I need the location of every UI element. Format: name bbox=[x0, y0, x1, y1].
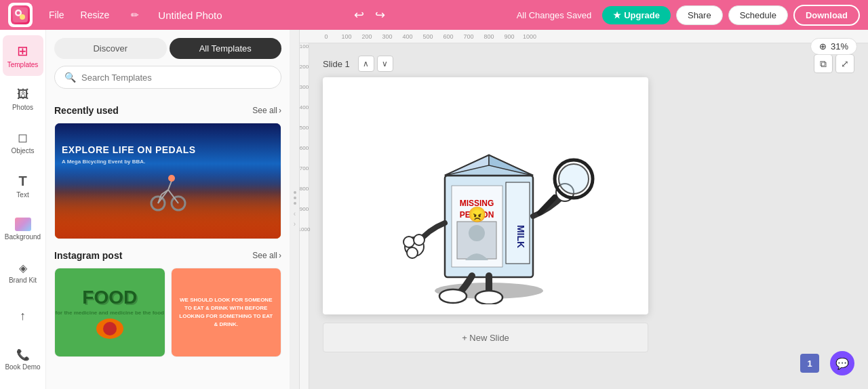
ruler-mark-100: 100 bbox=[336, 33, 357, 40]
cycling-template-image: EXPLORE LIFE ON PEDALS A Mega Bicycling … bbox=[55, 123, 281, 239]
svg-text:😠: 😠 bbox=[468, 205, 487, 224]
recently-used-grid: EXPLORE LIFE ON PEDALS A Mega Bicycling … bbox=[54, 123, 281, 239]
templates-content: Recently used See all › bbox=[46, 96, 290, 389]
recently-used-see-all[interactable]: See all › bbox=[252, 106, 281, 115]
chat-icon: 💬 bbox=[835, 357, 849, 370]
chevron-right-icon-2: › bbox=[279, 251, 281, 260]
edit-icon: ✏ bbox=[125, 7, 144, 23]
slide-label: Slide 1 bbox=[323, 59, 350, 69]
ruler-mark-400: 400 bbox=[397, 33, 418, 40]
food-pink-image: WE SHOULD LOOK FOR SOMEONE TO EAT & DRIN… bbox=[172, 268, 281, 356]
sidebar-item-background[interactable]: Background bbox=[3, 209, 43, 249]
sidebar-item-upload[interactable]: ↑ bbox=[3, 295, 43, 336]
star-icon: ★ bbox=[613, 10, 621, 20]
ruler-v-200: 200 bbox=[300, 64, 309, 84]
upgrade-button[interactable]: ★ Upgrade bbox=[602, 6, 671, 24]
canvas-body: 100 200 300 400 500 600 700 800 900 1000… bbox=[300, 43, 868, 389]
background-icon bbox=[15, 218, 31, 231]
ruler-v-1000: 1000 bbox=[300, 226, 310, 247]
slide-header: Slide 1 ∧ ∨ ⧉ ⤢ bbox=[323, 54, 854, 73]
sidebar-item-objects[interactable]: ◻ Objects bbox=[3, 122, 43, 163]
topbar-menu: File Resize bbox=[43, 7, 115, 23]
panel-resize-handle[interactable]: ‹ › bbox=[290, 30, 300, 389]
instagram-see-all[interactable]: See all › bbox=[252, 251, 281, 260]
ruler-v-100: 100 bbox=[300, 43, 309, 64]
document-title[interactable]: Untitled Photo bbox=[158, 9, 222, 21]
ruler-mark-800: 800 bbox=[479, 33, 499, 40]
menu-file[interactable]: File bbox=[43, 7, 70, 23]
resize-dot bbox=[294, 197, 296, 199]
sidebar-item-templates[interactable]: ⊞ Templates bbox=[3, 35, 43, 76]
new-slide-button[interactable]: + New Slide bbox=[323, 323, 648, 352]
svg-point-31 bbox=[559, 164, 589, 194]
svg-point-28 bbox=[407, 247, 418, 258]
ruler-mark-700: 700 bbox=[458, 33, 479, 40]
template-card-cycling[interactable]: EXPLORE LIFE ON PEDALS A Mega Bicycling … bbox=[54, 123, 281, 239]
ruler-vertical: 100 200 300 400 500 600 700 800 900 1000 bbox=[300, 43, 309, 389]
ruler-v-500: 500 bbox=[300, 125, 309, 145]
ruler-horizontal: 0 100 200 300 400 500 600 700 800 900 10… bbox=[300, 30, 868, 43]
download-button[interactable]: Download bbox=[793, 5, 860, 26]
template-card-food-pink[interactable]: WE SHOULD LOOK FOR SOMEONE TO EAT & DRIN… bbox=[171, 268, 282, 357]
slide-actions: ⧉ ⤢ bbox=[814, 54, 854, 73]
share-button[interactable]: Share bbox=[676, 5, 723, 25]
resize-arrow-left: ‹ bbox=[294, 210, 296, 218]
sidebar-item-text[interactable]: T Text bbox=[3, 165, 43, 206]
templates-panel: Discover All Templates 🔍 Recently used S… bbox=[46, 30, 290, 389]
slide-expand-button[interactable]: ⤢ bbox=[835, 54, 854, 73]
sidebar-label-brandkit: Brand Kit bbox=[9, 277, 37, 284]
svg-point-34 bbox=[475, 291, 502, 304]
photos-icon: 🖼 bbox=[17, 87, 29, 102]
zoom-indicator[interactable]: ⊕ 31% bbox=[810, 38, 857, 55]
chat-button[interactable]: 💬 bbox=[830, 351, 854, 375]
ruler-marks: 0 100 200 300 400 500 600 700 800 900 10… bbox=[316, 33, 540, 40]
undo-button[interactable]: ↩ bbox=[354, 7, 364, 22]
search-input[interactable] bbox=[81, 73, 271, 83]
resize-dot bbox=[294, 191, 296, 194]
tab-discover[interactable]: Discover bbox=[54, 38, 167, 59]
canvas-area: ⊕ 31% 0 100 200 300 400 500 600 700 800 … bbox=[300, 30, 868, 389]
slide-nav-down[interactable]: ∨ bbox=[377, 56, 393, 72]
instagram-post-title: Instagram post bbox=[54, 250, 122, 261]
svg-point-24 bbox=[469, 225, 485, 241]
ruler-mark-500: 500 bbox=[418, 33, 438, 40]
svg-point-27 bbox=[414, 234, 425, 245]
schedule-button[interactable]: Schedule bbox=[728, 5, 788, 25]
svg-text:MILK: MILK bbox=[515, 225, 526, 248]
menu-resize[interactable]: Resize bbox=[75, 7, 115, 23]
logo-icon bbox=[11, 5, 30, 24]
tab-all-templates[interactable]: All Templates bbox=[170, 38, 282, 59]
svg-rect-18 bbox=[506, 182, 530, 264]
slide-copy-button[interactable]: ⧉ bbox=[814, 54, 833, 73]
ruler-mark-0: 0 bbox=[316, 33, 336, 40]
svg-line-8 bbox=[168, 181, 172, 190]
sidebar-item-brandkit[interactable]: ◈ Brand Kit bbox=[3, 252, 43, 293]
search-bar: 🔍 bbox=[54, 66, 281, 89]
sidebar-item-photos[interactable]: 🖼 Photos bbox=[3, 79, 43, 119]
slide-number-badge[interactable]: 1 bbox=[800, 354, 819, 373]
recently-used-title: Recently used bbox=[54, 105, 119, 116]
redo-button[interactable]: ↪ bbox=[375, 7, 385, 22]
sidebar-label-bookdemo: Book Demo bbox=[5, 363, 40, 371]
slide-navigation: ∧ ∨ bbox=[358, 56, 393, 72]
save-status: All Changes Saved bbox=[517, 10, 592, 20]
search-icon: 🔍 bbox=[64, 72, 76, 83]
sidebar-label-objects: Objects bbox=[12, 147, 35, 155]
slide-canvas[interactable]: MILK MISSING PERSON bbox=[323, 77, 648, 314]
zoom-icon: ⊕ bbox=[819, 41, 827, 52]
sidebar-icons: ⊞ Templates 🖼 Photos ◻ Objects T Text Ba… bbox=[0, 30, 46, 389]
objects-icon: ◻ bbox=[18, 130, 28, 145]
ruler-mark-900: 900 bbox=[499, 33, 519, 40]
food-green-image: FOOD for the medicine and medicine be th… bbox=[55, 268, 165, 356]
app-logo bbox=[8, 3, 33, 27]
ruler-v-300: 300 bbox=[300, 84, 309, 104]
sidebar-label-text: Text bbox=[16, 191, 28, 199]
cycling-template-text: EXPLORE LIFE ON PEDALS A Mega Bicycling … bbox=[62, 144, 274, 166]
slide-nav-up[interactable]: ∧ bbox=[358, 56, 374, 72]
sidebar-label-templates: Templates bbox=[7, 61, 39, 68]
templates-tabs: Discover All Templates bbox=[46, 30, 290, 59]
bookdemo-icon: 📞 bbox=[16, 348, 30, 361]
instagram-post-header: Instagram post See all › bbox=[54, 250, 281, 261]
template-card-food-green[interactable]: FOOD for the medicine and medicine be th… bbox=[54, 268, 165, 357]
sidebar-item-bookdemo[interactable]: 📞 Book Demo bbox=[3, 339, 43, 380]
